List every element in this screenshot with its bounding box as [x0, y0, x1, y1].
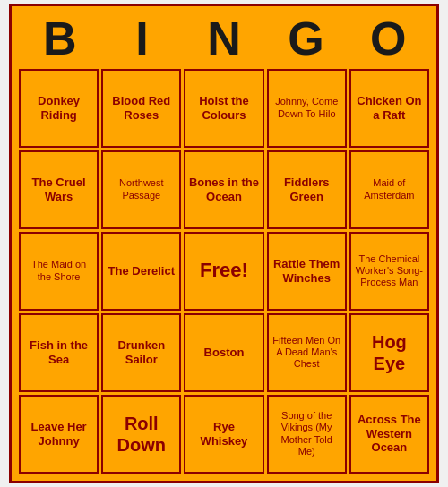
bingo-cell-20: Leave Her Johnny	[19, 395, 99, 474]
bingo-cell-19: Hog Eye	[349, 313, 429, 392]
bingo-cell-3: Johnny, Come Down To Hilo	[267, 69, 347, 148]
bingo-cell-7: Bones in the Ocean	[184, 150, 263, 229]
bingo-cell-14: The Chemical Worker's Song- Process Man	[349, 232, 429, 311]
bingo-cell-13: Rattle Them Winches	[267, 232, 347, 311]
bingo-cell-22: Rye Whiskey	[184, 395, 263, 474]
bingo-letter-g: G	[265, 13, 348, 64]
bingo-letter-o: O	[347, 13, 429, 64]
bingo-grid: Donkey RidingBlood Red RosesHoist the Co…	[19, 69, 429, 474]
bingo-cell-18: Fifteen Men On A Dead Man's Chest	[267, 313, 347, 392]
bingo-cell-0: Donkey Riding	[19, 69, 99, 148]
bingo-card: BINGO Donkey RidingBlood Red RosesHoist …	[9, 4, 439, 483]
bingo-cell-17: Boston	[184, 313, 263, 392]
bingo-cell-15: Fish in the Sea	[19, 313, 99, 392]
bingo-header: BINGO	[19, 13, 429, 64]
bingo-cell-6: Northwest Passage	[101, 150, 181, 229]
bingo-cell-9: Maid of Amsterdam	[349, 150, 429, 229]
bingo-cell-8: Fiddlers Green	[267, 150, 347, 229]
bingo-cell-23: Song of the Vikings (My Mother Told Me)	[267, 395, 347, 474]
bingo-cell-5: The Cruel Wars	[19, 150, 99, 229]
bingo-cell-21: Roll Down	[101, 395, 181, 474]
bingo-cell-12: Free!	[184, 232, 263, 311]
bingo-cell-16: Drunken Sailor	[101, 313, 181, 392]
bingo-cell-11: The Derelict	[101, 232, 181, 311]
bingo-letter-i: I	[101, 13, 184, 64]
bingo-cell-4: Chicken On a Raft	[349, 69, 429, 148]
bingo-cell-1: Blood Red Roses	[101, 69, 181, 148]
bingo-letter-b: B	[19, 13, 101, 64]
bingo-letter-n: N	[183, 13, 265, 64]
bingo-cell-2: Hoist the Colours	[184, 69, 263, 148]
bingo-cell-24: Across The Western Ocean	[349, 395, 429, 474]
bingo-cell-10: The Maid on the Shore	[19, 232, 99, 311]
